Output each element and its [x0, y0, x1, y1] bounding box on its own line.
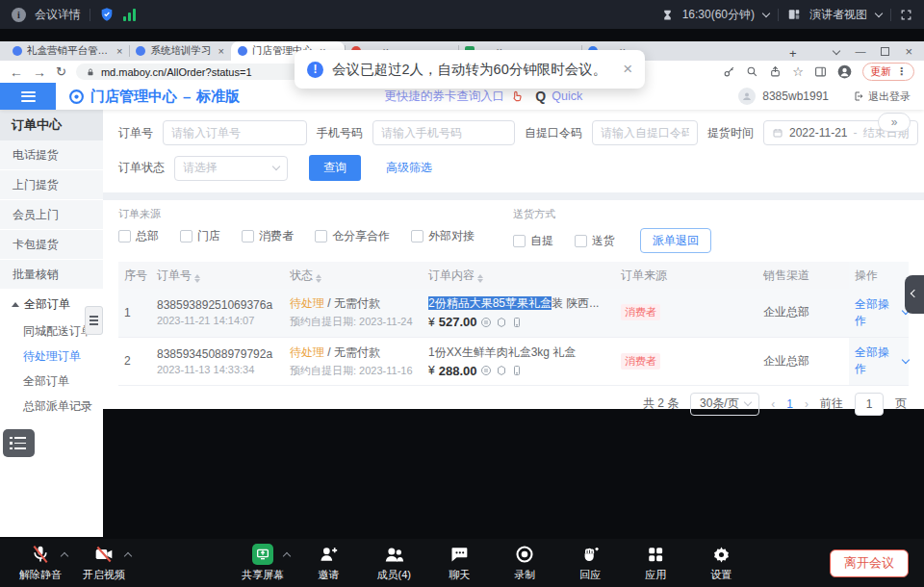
- react-button[interactable]: 回应: [565, 544, 615, 582]
- invite-button[interactable]: 邀请: [303, 544, 353, 582]
- checkbox-source-warehouse-share[interactable]: 仓分享合作: [315, 228, 390, 244]
- sidebar-item-phone-pickup[interactable]: 电话提货: [0, 140, 103, 170]
- pickup-code-input[interactable]: [592, 120, 698, 145]
- share-screen-button[interactable]: 共享屏幕: [238, 544, 288, 582]
- new-tab-button[interactable]: +: [783, 46, 803, 61]
- record-button[interactable]: 录制: [500, 544, 550, 582]
- fullscreen-icon[interactable]: [900, 9, 912, 21]
- checkbox-source-consumer[interactable]: 消费者: [242, 228, 294, 244]
- reload-icon[interactable]: ↻: [56, 65, 66, 78]
- kebab-menu-icon[interactable]: ⋮: [896, 65, 907, 78]
- back-icon[interactable]: ←: [10, 65, 23, 79]
- package-icon[interactable]: [496, 365, 507, 376]
- package-icon[interactable]: [496, 317, 507, 328]
- share-icon[interactable]: [769, 65, 782, 78]
- sidebar-item-door-pickup[interactable]: 上门提货: [0, 170, 103, 200]
- tab-search-icon[interactable]: [833, 47, 840, 55]
- window-maximize-icon[interactable]: [881, 47, 889, 56]
- view-mode-label[interactable]: 演讲者视图: [809, 7, 867, 23]
- browser-tab[interactable]: 系统培训学习 ×: [129, 41, 230, 61]
- members-button[interactable]: 成员(4): [369, 544, 419, 582]
- quick-label[interactable]: Quick: [552, 89, 582, 103]
- checkbox-self-pickup[interactable]: 自提: [513, 233, 553, 249]
- checkbox-icon[interactable]: [118, 230, 131, 242]
- col-status[interactable]: 状态: [284, 262, 423, 289]
- checkbox-icon[interactable]: [575, 235, 587, 247]
- checkbox-source-store[interactable]: 门店: [180, 228, 220, 244]
- promo-link[interactable]: 更快捷的券卡查询入口: [384, 89, 504, 105]
- sort-icon[interactable]: [477, 274, 483, 283]
- apps-button[interactable]: 应用: [630, 544, 680, 582]
- expand-more-button[interactable]: »: [878, 113, 911, 132]
- settings-button[interactable]: 设置: [696, 544, 746, 582]
- checkbox-delivery[interactable]: 送货: [575, 233, 615, 249]
- caret-up-icon[interactable]: [124, 552, 132, 560]
- tab-close-icon[interactable]: ×: [218, 46, 223, 57]
- meeting-info-icon[interactable]: i: [12, 8, 26, 22]
- order-no-input[interactable]: [163, 120, 307, 145]
- sort-icon[interactable]: [194, 274, 200, 283]
- page-size-select[interactable]: 30条/页: [690, 393, 759, 416]
- phone-device-icon[interactable]: [511, 317, 523, 328]
- order-status-select[interactable]: 请选择: [174, 156, 288, 181]
- all-actions-dropdown[interactable]: 全部操作: [855, 345, 909, 377]
- sidebar-subitem-hq-dispatch-log[interactable]: 总部派单记录: [0, 394, 103, 419]
- sort-icon[interactable]: [316, 274, 321, 283]
- sidebar-subitem-pending-orders[interactable]: 待处理订单: [0, 344, 103, 369]
- checkbox-icon[interactable]: [411, 230, 424, 242]
- update-button[interactable]: 更新 ⋮: [862, 63, 914, 81]
- checkbox-icon[interactable]: [315, 230, 327, 242]
- col-content[interactable]: 订单内容: [423, 262, 615, 289]
- window-close-icon[interactable]: ×: [905, 44, 912, 59]
- sidebar-item-card-pickup[interactable]: 卡包提货: [0, 230, 103, 260]
- video-button[interactable]: 开启视频: [79, 544, 129, 582]
- sidebar-item-batch-verify[interactable]: 批量核销: [0, 260, 103, 290]
- side-panel-icon[interactable]: [814, 65, 827, 78]
- quick-q-icon[interactable]: Q: [535, 89, 546, 104]
- mute-button[interactable]: 解除静音: [15, 544, 65, 582]
- table-row[interactable]: 2 83859345088979792a 2023-11-13 14:33:34…: [118, 337, 909, 385]
- view-dropdown-icon[interactable]: [875, 9, 883, 16]
- menu-toggle-button[interactable]: [0, 83, 56, 110]
- search-button[interactable]: 查询: [309, 155, 361, 181]
- table-row[interactable]: 1 83859389251069376a 2023-11-21 14:14:07…: [118, 289, 909, 337]
- toast-close-icon[interactable]: ×: [623, 60, 632, 79]
- bookmark-star-icon[interactable]: ☆: [792, 64, 804, 79]
- col-order-no[interactable]: 订单号: [151, 262, 284, 289]
- current-page[interactable]: 1: [786, 397, 793, 411]
- phone-input[interactable]: [372, 120, 515, 145]
- phone-device-icon[interactable]: [511, 365, 523, 376]
- caret-up-icon[interactable]: [61, 552, 68, 560]
- timer-dropdown-icon[interactable]: [762, 9, 770, 16]
- zoom-icon[interactable]: [746, 65, 758, 78]
- right-drawer-handle[interactable]: [905, 275, 924, 314]
- chat-button[interactable]: 聊天: [434, 544, 484, 582]
- prev-page-button[interactable]: ‹: [771, 397, 775, 411]
- logout-button[interactable]: 退出登录: [853, 89, 911, 104]
- sidebar-item-member-visit[interactable]: 会员上门: [0, 200, 103, 230]
- forward-icon[interactable]: →: [33, 65, 46, 79]
- shield-check-icon[interactable]: [99, 7, 115, 22]
- checkbox-icon[interactable]: [242, 230, 254, 242]
- advanced-filter-link[interactable]: 高级筛选: [386, 160, 432, 176]
- checkbox-source-external[interactable]: 外部对接: [411, 228, 475, 244]
- network-signal-icon[interactable]: [123, 9, 136, 21]
- sidebar-subitem-all-orders[interactable]: 全部订单: [0, 369, 103, 394]
- key-icon[interactable]: [723, 65, 735, 78]
- annotation-tool-button[interactable]: [3, 429, 35, 457]
- checkbox-icon[interactable]: [513, 235, 526, 247]
- receipt-icon[interactable]: [480, 365, 492, 376]
- window-minimize-icon[interactable]: —: [855, 45, 865, 57]
- checkbox-icon[interactable]: [180, 230, 192, 242]
- profile-avatar-icon[interactable]: [837, 64, 852, 79]
- checkbox-source-hq[interactable]: 总部: [118, 228, 159, 244]
- sidebar-collapse-handle[interactable]: [85, 306, 103, 335]
- goto-page-input[interactable]: [855, 393, 884, 416]
- dispatch-return-button[interactable]: 派单退回: [640, 228, 711, 253]
- all-actions-dropdown[interactable]: 全部操作: [855, 296, 909, 329]
- meeting-details-label[interactable]: 会议详情: [35, 7, 81, 23]
- browser-tab[interactable]: 礼盒营销平台管理中心 ×: [6, 41, 129, 61]
- caret-up-icon[interactable]: [283, 552, 291, 560]
- next-page-button[interactable]: ›: [805, 397, 808, 411]
- leave-meeting-button[interactable]: 离开会议: [830, 549, 909, 577]
